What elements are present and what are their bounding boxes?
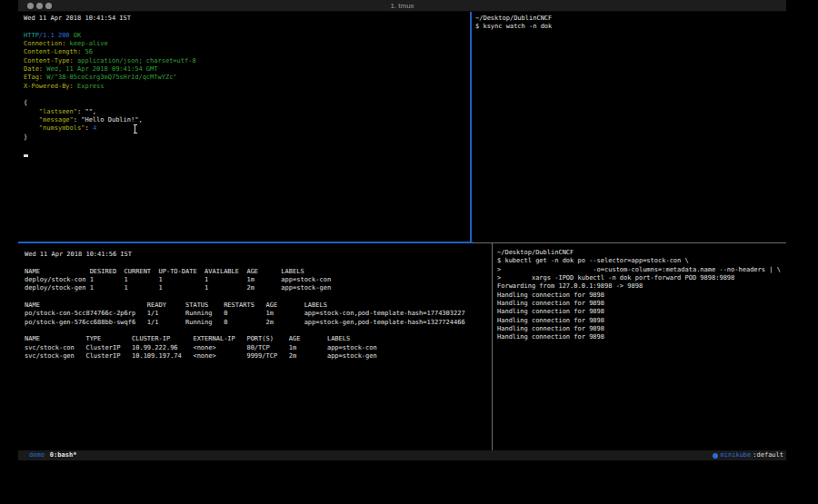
terminal-text: application/json; charset=utf-8 [77,57,196,64]
terminal-text: "numsymbols" [39,124,85,132]
terminal-cursor [24,154,28,157]
terminal-text: Connection: [24,40,65,47]
pane-http-response[interactable]: Wed 11 Apr 2018 10:41:54 ISTHTTP/1.1 200… [18,12,470,242]
terminal-text: "lastseen" [39,108,77,115]
terminal-line: } [24,133,470,142]
terminal-text: ~/Desktop/DublinCNCF [475,15,552,22]
pane-divider-vertical-top[interactable] [470,12,472,242]
terminal-text: NAME TYPE CLUSTER-IP EXTERNAL-IP PORT(S)… [25,335,350,342]
terminal-text: : "", [77,108,96,115]
kubernetes-icon [713,453,718,459]
terminal-text: Date: [24,65,43,73]
terminal-text: { [24,99,27,106]
terminal-text: NAME READY STATUS RESTARTS AGE LABELS [25,301,327,309]
terminal-line: Connection: keep-alive [24,40,470,48]
kube-context: minikube [721,450,752,460]
terminal-line: NAME READY STATUS RESTARTS AGE LABELS [25,301,492,310]
tmux-status-bar: demo 0:bash* minikube :default [18,450,786,460]
terminal-text: X-Powered-By: [24,83,74,90]
terminal-line [25,259,492,267]
window-item-bash[interactable]: 0:bash* [50,450,77,460]
terminal-text: keep-alive [70,40,108,47]
terminal-text: : [85,124,92,132]
terminal-line: Wed 11 Apr 2018 10:41:56 IST [25,251,492,259]
terminal-line: HTTP/1.1 200 OK [24,32,470,40]
pane-kubectl-get[interactable]: Wed 11 Apr 2018 10:41:56 ISTNAME DESIRED… [18,243,492,450]
kube-namespace: :default [753,450,783,460]
terminal-line: Handling connection for 9898 [497,317,786,325]
terminal-text: W/"38-05coCsrg3mQ75sHr1d/qcMTwYZc" [46,74,176,81]
mouse-text-cursor-icon [135,124,135,133]
terminal-line: > -o=custom-columns=:metadata.name --no-… [497,266,786,274]
terminal-line: deploy/stock-gen 1 1 1 1 2m app=stock-ge… [25,284,492,292]
terminal-text: Express [77,83,105,90]
pane-divider-horizontal-left[interactable] [18,242,473,243]
terminal-text: Content-Length: [24,48,81,55]
terminal-text: Forwarding from 127.0.0.1:9898 -> 9898 [497,282,643,290]
terminal-text: Content-Type: [24,57,74,64]
terminal-text: Wed, 11 Apr 2018 09:41:54 GMT [46,65,157,73]
terminal-text [24,116,39,124]
terminal-line: ETag: W/"38-05coCsrg3mQ75sHr1d/qcMTwYZc" [24,74,470,82]
terminal-text: Handling connection for 9898 [497,292,604,299]
terminal-line: svc/stock-con ClusterIP 10.99.222.96 <no… [25,344,492,352]
session-name: demo [29,450,45,460]
terminal-line: X-Powered-By: Express [24,83,470,91]
terminal-line [24,151,470,159]
terminal-line: Handling connection for 9898 [497,292,786,300]
terminal-line: deploy/stock-con 1 1 1 1 1m app=stock-co… [25,276,492,284]
terminal-line: ~/Desktop/DublinCNCF [497,249,786,257]
pane-divider-horizontal-right[interactable] [473,242,786,243]
terminal-text: /1.1 200 [39,32,74,39]
terminal-text: Handling connection for 9898 [497,317,604,324]
terminal-text: Handling connection for 9898 [497,300,604,307]
terminal-line: $ kubectl get -n dok po --selector=app=s… [497,257,786,265]
terminal-text: svc/stock-con ClusterIP 10.99.222.96 <no… [25,344,377,351]
terminal-text: "message" [39,116,74,124]
terminal-text: $ kubectl get -n dok po --selector=app=s… [497,257,689,264]
terminal-line: po/stock-con-5cc874766c-2p6rp 1/1 Runnin… [25,310,492,318]
terminal-line [24,91,470,99]
terminal-text: OK [74,32,81,39]
terminal-line [24,142,470,150]
terminal-text: ~/Desktop/DublinCNCF [497,249,574,256]
window-title: 1. tmux [18,2,786,10]
terminal-line: Handling connection for 9898 [497,333,786,341]
status-right: minikube :default [713,450,783,460]
terminal-text: deploy/stock-gen 1 1 1 1 2m app=stock-ge… [25,284,331,292]
terminal-line: po/stock-gen-576cc688bb-swqf6 1/1 Runnin… [25,319,492,327]
terminal-text: 56 [85,48,92,55]
terminal-text [24,124,39,132]
terminal-line: $ ksync watch -n dok [475,23,786,31]
terminal-text: svc/stock-gen ClusterIP 10.109.197.74 <n… [25,352,377,360]
terminal-line: ~/Desktop/DublinCNCF [475,15,786,23]
terminal-text: > xargs -IPOD kubectl -n dok port-forwar… [497,274,734,282]
pane-port-forward[interactable]: ~/Desktop/DublinCNCF$ kubectl get -n dok… [494,243,786,450]
terminal-text: NAME DESIRED CURRENT UP-TO-DATE AVAILABL… [25,268,304,275]
terminal-line: NAME DESIRED CURRENT UP-TO-DATE AVAILABL… [25,268,492,276]
terminal-line: Wed 11 Apr 2018 10:41:54 IST [24,15,470,23]
terminal-text: 4 [93,124,96,132]
terminal-line: NAME TYPE CLUSTER-IP EXTERNAL-IP PORT(S)… [25,335,492,343]
terminal-text: Handling connection for 9898 [497,325,604,332]
terminal-text: po/stock-gen-576cc688bb-swqf6 1/1 Runnin… [25,319,465,326]
terminal-text: : "Hello Dublin!", [74,116,143,124]
terminal-line: svc/stock-gen ClusterIP 10.109.197.74 <n… [25,352,492,361]
terminal-line: > xargs -IPOD kubectl -n dok port-forwar… [497,274,786,282]
terminal-line: Handling connection for 9898 [497,325,786,333]
terminal-window: 1. tmux Wed 11 Apr 2018 10:41:54 ISTHTTP… [18,0,786,460]
terminal-text: } [24,133,27,141]
terminal-line: { [24,99,470,107]
pane-ksync-watch[interactable]: ~/Desktop/DublinCNCF$ ksync watch -n dok [473,12,786,242]
terminal-text: ETag: [24,74,43,81]
terminal-text: Wed 11 Apr 2018 10:41:56 IST [25,251,132,258]
pane-divider-vertical-bottom[interactable] [492,243,493,450]
terminal-line: Forwarding from 127.0.0.1:9898 -> 9898 [497,282,786,291]
tmux-terminal: Wed 11 Apr 2018 10:41:54 ISTHTTP/1.1 200… [18,12,786,450]
window-titlebar: 1. tmux [18,0,786,12]
terminal-line: Content-Length: 56 [24,48,470,56]
terminal-line [25,293,492,301]
terminal-text: $ ksync watch -n dok [475,23,552,30]
terminal-text [24,108,39,115]
terminal-text: HTTP [24,32,39,39]
